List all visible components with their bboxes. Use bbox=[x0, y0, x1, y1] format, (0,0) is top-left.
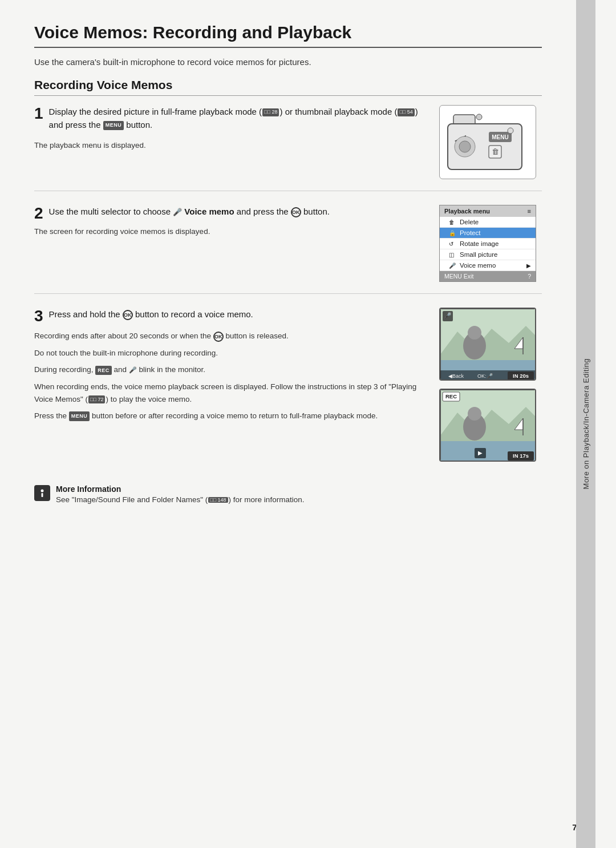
more-info-title: More Information bbox=[56, 484, 304, 494]
step-1-text: Display the desired picture in full-fram… bbox=[49, 105, 428, 132]
note-1: Recording ends after about 20 seconds or… bbox=[34, 330, 428, 342]
menu-footer: MENU Exit ? bbox=[440, 271, 536, 281]
menu-label: MENU bbox=[103, 121, 124, 130]
svg-point-1 bbox=[476, 114, 482, 120]
menu-item-protect[interactable]: 🔒 Protect bbox=[440, 228, 536, 239]
step-2-left: 2 Use the multi selector to choose 🎤 Voi… bbox=[34, 205, 439, 238]
intro-text: Use the camera's built-in microphone to … bbox=[34, 57, 542, 67]
svg-point-10 bbox=[508, 128, 513, 134]
step-1-left: 1 Display the desired picture in full-fr… bbox=[34, 105, 439, 151]
ref-28: □□ 28 bbox=[262, 108, 279, 116]
svg-text:◀Back: ◀Back bbox=[448, 373, 464, 379]
menu-delete-label: Delete bbox=[460, 219, 479, 225]
step-3-heading: 3 Press and hold the OK button to record… bbox=[34, 308, 428, 325]
rec-badge-inline: REC bbox=[95, 366, 112, 375]
note-2: Do not touch the built-in microphone dur… bbox=[34, 347, 428, 360]
step-2-note: The screen for recording voice memos is … bbox=[34, 226, 428, 237]
page-container: Voice Memos: Recording and Playback Use … bbox=[0, 0, 616, 848]
menu-help-icon: ? bbox=[528, 273, 531, 280]
side-tab-text: More on Playback/In-Camera Editing bbox=[582, 358, 590, 489]
step-2-text: Use the multi selector to choose 🎤 Voice… bbox=[49, 205, 330, 218]
page-title: Voice Memos: Recording and Playback bbox=[34, 23, 542, 48]
scene-svg-2: REC ▶ IN 17s bbox=[440, 390, 536, 462]
playback-menu-diagram: Playback menu ≡ 🗑 Delete 🔒 Protect ↺ Rot… bbox=[439, 205, 536, 282]
note-5: Press the MENU button before or after re… bbox=[34, 410, 428, 422]
svg-point-30 bbox=[468, 407, 481, 421]
step-1: 1 Display the desired picture in full-fr… bbox=[34, 105, 542, 191]
note-4: When recording ends, the voice memo play… bbox=[34, 381, 428, 405]
step-1-heading: 1 Display the desired picture in full-fr… bbox=[34, 105, 428, 136]
more-info-section: More Information See "Image/Sound File a… bbox=[34, 484, 542, 504]
delete-icon: 🗑 bbox=[449, 219, 457, 225]
info-svg bbox=[37, 488, 47, 498]
menu-item-small[interactable]: ◫ Small picture bbox=[440, 249, 536, 260]
menu-item-delete[interactable]: 🗑 Delete bbox=[440, 217, 536, 228]
more-info-text: See "Image/Sound File and Folder Names" … bbox=[56, 495, 304, 504]
protect-icon: 🔒 bbox=[449, 230, 457, 236]
step-1-note: The playback menu is displayed. bbox=[34, 140, 428, 151]
step-3-number: 3 bbox=[34, 308, 43, 325]
svg-text:MENU: MENU bbox=[492, 134, 508, 140]
more-info-icon bbox=[34, 485, 50, 501]
svg-text:🗑: 🗑 bbox=[492, 147, 499, 156]
step-3-diagrams: 🎤 ◀Back OK:🎤 IN 20s bbox=[439, 308, 542, 462]
menu-exit-label: MENU Exit bbox=[444, 273, 473, 280]
ref-72: □□ 72 bbox=[88, 395, 105, 403]
rotate-icon: ↺ bbox=[449, 241, 457, 247]
voice-icon: 🎤 bbox=[449, 263, 457, 269]
small-pic-icon: ◫ bbox=[449, 252, 457, 258]
step-1-diagram: MENU 🗑 bbox=[439, 105, 542, 179]
ok-button-badge-3: OK bbox=[123, 310, 133, 320]
svg-text:IN 17s: IN 17s bbox=[513, 453, 529, 459]
screen-1-diagram: 🎤 ◀Back OK:🎤 IN 20s bbox=[439, 308, 536, 381]
camera-diagram: MENU 🗑 bbox=[439, 105, 536, 179]
ok-inline: OK bbox=[213, 332, 224, 342]
menu-icon-right: ≡ bbox=[528, 208, 531, 215]
main-content: Voice Memos: Recording and Playback Use … bbox=[0, 0, 576, 848]
menu-small-label: Small picture bbox=[460, 251, 497, 258]
svg-point-40 bbox=[41, 490, 44, 492]
section-title: Recording Voice Memos bbox=[34, 78, 542, 96]
step-2-number: 2 bbox=[34, 205, 43, 223]
side-tab: More on Playback/In-Camera Editing bbox=[576, 0, 595, 848]
svg-text:REC: REC bbox=[445, 393, 457, 399]
menu-item-rotate[interactable]: ↺ Rotate image bbox=[440, 239, 536, 249]
menu-protect-label: Protect bbox=[460, 229, 480, 236]
step-2: 2 Use the multi selector to choose 🎤 Voi… bbox=[34, 205, 542, 294]
menu-header: Playback menu ≡ bbox=[440, 205, 536, 217]
camera-svg: MENU 🗑 bbox=[442, 108, 533, 176]
ref-54: □□ 54 bbox=[398, 108, 414, 116]
step-3-text: Press and hold the OK button to record a… bbox=[49, 308, 253, 321]
svg-rect-41 bbox=[42, 493, 43, 497]
svg-point-9 bbox=[459, 141, 471, 152]
ok-button-badge: OK bbox=[291, 207, 301, 217]
step-3: 3 Press and hold the OK button to record… bbox=[34, 308, 542, 462]
step-2-heading: 2 Use the multi selector to choose 🎤 Voi… bbox=[34, 205, 428, 223]
svg-text:OK:🎤: OK:🎤 bbox=[477, 373, 493, 379]
scene-svg-1: 🎤 ◀Back OK:🎤 IN 20s bbox=[440, 309, 536, 381]
svg-text:▶: ▶ bbox=[478, 450, 483, 456]
svg-text:IN 20s: IN 20s bbox=[513, 373, 529, 379]
step-3-notes: Recording ends after about 20 seconds or… bbox=[34, 330, 428, 422]
ref-148: □□ 148 bbox=[208, 497, 228, 503]
svg-text:🎤: 🎤 bbox=[444, 312, 452, 320]
step-2-diagram: Playback menu ≡ 🗑 Delete 🔒 Protect ↺ Rot… bbox=[439, 205, 542, 282]
step-3-left: 3 Press and hold the OK button to record… bbox=[34, 308, 439, 427]
menu-ref-inline: MENU bbox=[69, 411, 90, 421]
svg-point-15 bbox=[468, 326, 481, 340]
menu-arrow: ▶ bbox=[526, 263, 531, 269]
step-1-number: 1 bbox=[34, 105, 43, 123]
screen-2-diagram: REC ▶ IN 17s bbox=[439, 389, 536, 462]
more-info-content: More Information See "Image/Sound File a… bbox=[56, 484, 304, 504]
menu-item-voice[interactable]: 🎤 Voice memo ▶ bbox=[440, 260, 536, 271]
menu-voice-label: Voice memo bbox=[460, 262, 496, 269]
menu-title: Playback menu bbox=[444, 208, 490, 215]
note-3: During recording, REC and 🎤 blink in the… bbox=[34, 364, 428, 376]
menu-rotate-label: Rotate image bbox=[460, 240, 499, 247]
